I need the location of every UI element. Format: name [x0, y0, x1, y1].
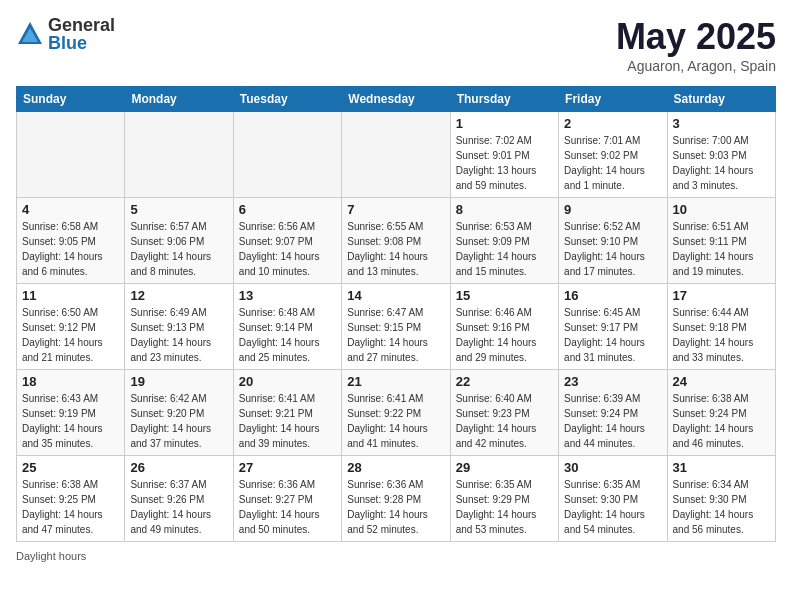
day-info-22: Sunrise: 6:40 AMSunset: 9:23 PMDaylight:… [456, 391, 553, 451]
calendar-cell-27: 27Sunrise: 6:36 AMSunset: 9:27 PMDayligh… [233, 456, 341, 542]
calendar-cell-21: 21Sunrise: 6:41 AMSunset: 9:22 PMDayligh… [342, 370, 450, 456]
day-number-1: 1 [456, 116, 553, 131]
header-thursday: Thursday [450, 87, 558, 112]
day-number-11: 11 [22, 288, 119, 303]
calendar-cell-24: 24Sunrise: 6:38 AMSunset: 9:24 PMDayligh… [667, 370, 775, 456]
header-wednesday: Wednesday [342, 87, 450, 112]
day-number-30: 30 [564, 460, 661, 475]
calendar-cell-14: 14Sunrise: 6:47 AMSunset: 9:15 PMDayligh… [342, 284, 450, 370]
day-info-10: Sunrise: 6:51 AMSunset: 9:11 PMDaylight:… [673, 219, 770, 279]
day-info-15: Sunrise: 6:46 AMSunset: 9:16 PMDaylight:… [456, 305, 553, 365]
calendar-cell-11: 11Sunrise: 6:50 AMSunset: 9:12 PMDayligh… [17, 284, 125, 370]
calendar-cell-8: 8Sunrise: 6:53 AMSunset: 9:09 PMDaylight… [450, 198, 558, 284]
calendar-week-4: 25Sunrise: 6:38 AMSunset: 9:25 PMDayligh… [17, 456, 776, 542]
calendar-cell-10: 10Sunrise: 6:51 AMSunset: 9:11 PMDayligh… [667, 198, 775, 284]
logo-icon [16, 20, 44, 48]
location: Aguaron, Aragon, Spain [616, 58, 776, 74]
day-number-8: 8 [456, 202, 553, 217]
day-number-24: 24 [673, 374, 770, 389]
day-number-26: 26 [130, 460, 227, 475]
day-info-3: Sunrise: 7:00 AMSunset: 9:03 PMDaylight:… [673, 133, 770, 193]
day-info-29: Sunrise: 6:35 AMSunset: 9:29 PMDaylight:… [456, 477, 553, 537]
calendar-cell-18: 18Sunrise: 6:43 AMSunset: 9:19 PMDayligh… [17, 370, 125, 456]
day-number-17: 17 [673, 288, 770, 303]
calendar-cell-26: 26Sunrise: 6:37 AMSunset: 9:26 PMDayligh… [125, 456, 233, 542]
day-number-19: 19 [130, 374, 227, 389]
calendar-cell-22: 22Sunrise: 6:40 AMSunset: 9:23 PMDayligh… [450, 370, 558, 456]
day-info-24: Sunrise: 6:38 AMSunset: 9:24 PMDaylight:… [673, 391, 770, 451]
header-saturday: Saturday [667, 87, 775, 112]
calendar-cell-9: 9Sunrise: 6:52 AMSunset: 9:10 PMDaylight… [559, 198, 667, 284]
calendar-cell-25: 25Sunrise: 6:38 AMSunset: 9:25 PMDayligh… [17, 456, 125, 542]
day-info-14: Sunrise: 6:47 AMSunset: 9:15 PMDaylight:… [347, 305, 444, 365]
header-tuesday: Tuesday [233, 87, 341, 112]
footer-note: Daylight hours [16, 550, 776, 562]
calendar-cell-empty [342, 112, 450, 198]
calendar-cell-12: 12Sunrise: 6:49 AMSunset: 9:13 PMDayligh… [125, 284, 233, 370]
day-info-16: Sunrise: 6:45 AMSunset: 9:17 PMDaylight:… [564, 305, 661, 365]
day-info-25: Sunrise: 6:38 AMSunset: 9:25 PMDaylight:… [22, 477, 119, 537]
calendar-cell-6: 6Sunrise: 6:56 AMSunset: 9:07 PMDaylight… [233, 198, 341, 284]
day-info-11: Sunrise: 6:50 AMSunset: 9:12 PMDaylight:… [22, 305, 119, 365]
calendar-cell-empty [125, 112, 233, 198]
month-title: May 2025 [616, 16, 776, 58]
day-number-28: 28 [347, 460, 444, 475]
calendar-cell-31: 31Sunrise: 6:34 AMSunset: 9:30 PMDayligh… [667, 456, 775, 542]
day-info-2: Sunrise: 7:01 AMSunset: 9:02 PMDaylight:… [564, 133, 661, 193]
calendar-cell-30: 30Sunrise: 6:35 AMSunset: 9:30 PMDayligh… [559, 456, 667, 542]
title-block: May 2025 Aguaron, Aragon, Spain [616, 16, 776, 74]
logo: General Blue [16, 16, 115, 52]
day-info-12: Sunrise: 6:49 AMSunset: 9:13 PMDaylight:… [130, 305, 227, 365]
calendar-cell-4: 4Sunrise: 6:58 AMSunset: 9:05 PMDaylight… [17, 198, 125, 284]
day-number-7: 7 [347, 202, 444, 217]
calendar-cell-15: 15Sunrise: 6:46 AMSunset: 9:16 PMDayligh… [450, 284, 558, 370]
calendar-week-3: 18Sunrise: 6:43 AMSunset: 9:19 PMDayligh… [17, 370, 776, 456]
calendar-cell-empty [233, 112, 341, 198]
day-number-5: 5 [130, 202, 227, 217]
calendar-cell-16: 16Sunrise: 6:45 AMSunset: 9:17 PMDayligh… [559, 284, 667, 370]
calendar-week-0: 1Sunrise: 7:02 AMSunset: 9:01 PMDaylight… [17, 112, 776, 198]
calendar-cell-3: 3Sunrise: 7:00 AMSunset: 9:03 PMDaylight… [667, 112, 775, 198]
day-number-13: 13 [239, 288, 336, 303]
day-number-27: 27 [239, 460, 336, 475]
day-info-5: Sunrise: 6:57 AMSunset: 9:06 PMDaylight:… [130, 219, 227, 279]
day-info-4: Sunrise: 6:58 AMSunset: 9:05 PMDaylight:… [22, 219, 119, 279]
calendar-cell-20: 20Sunrise: 6:41 AMSunset: 9:21 PMDayligh… [233, 370, 341, 456]
day-info-13: Sunrise: 6:48 AMSunset: 9:14 PMDaylight:… [239, 305, 336, 365]
calendar-header-row: SundayMondayTuesdayWednesdayThursdayFrid… [17, 87, 776, 112]
logo-general: General [48, 16, 115, 34]
day-info-6: Sunrise: 6:56 AMSunset: 9:07 PMDaylight:… [239, 219, 336, 279]
day-number-18: 18 [22, 374, 119, 389]
day-number-22: 22 [456, 374, 553, 389]
day-info-17: Sunrise: 6:44 AMSunset: 9:18 PMDaylight:… [673, 305, 770, 365]
day-info-23: Sunrise: 6:39 AMSunset: 9:24 PMDaylight:… [564, 391, 661, 451]
calendar-cell-2: 2Sunrise: 7:01 AMSunset: 9:02 PMDaylight… [559, 112, 667, 198]
day-number-16: 16 [564, 288, 661, 303]
calendar-cell-23: 23Sunrise: 6:39 AMSunset: 9:24 PMDayligh… [559, 370, 667, 456]
calendar: SundayMondayTuesdayWednesdayThursdayFrid… [16, 86, 776, 542]
day-number-29: 29 [456, 460, 553, 475]
calendar-cell-1: 1Sunrise: 7:02 AMSunset: 9:01 PMDaylight… [450, 112, 558, 198]
day-number-9: 9 [564, 202, 661, 217]
day-info-8: Sunrise: 6:53 AMSunset: 9:09 PMDaylight:… [456, 219, 553, 279]
calendar-cell-empty [17, 112, 125, 198]
calendar-week-1: 4Sunrise: 6:58 AMSunset: 9:05 PMDaylight… [17, 198, 776, 284]
header-sunday: Sunday [17, 87, 125, 112]
calendar-cell-17: 17Sunrise: 6:44 AMSunset: 9:18 PMDayligh… [667, 284, 775, 370]
day-number-23: 23 [564, 374, 661, 389]
logo-text: General Blue [48, 16, 115, 52]
day-number-2: 2 [564, 116, 661, 131]
calendar-cell-28: 28Sunrise: 6:36 AMSunset: 9:28 PMDayligh… [342, 456, 450, 542]
day-number-14: 14 [347, 288, 444, 303]
calendar-cell-29: 29Sunrise: 6:35 AMSunset: 9:29 PMDayligh… [450, 456, 558, 542]
day-number-12: 12 [130, 288, 227, 303]
calendar-cell-5: 5Sunrise: 6:57 AMSunset: 9:06 PMDaylight… [125, 198, 233, 284]
day-info-7: Sunrise: 6:55 AMSunset: 9:08 PMDaylight:… [347, 219, 444, 279]
calendar-week-2: 11Sunrise: 6:50 AMSunset: 9:12 PMDayligh… [17, 284, 776, 370]
header: General Blue May 2025 Aguaron, Aragon, S… [16, 16, 776, 74]
day-info-31: Sunrise: 6:34 AMSunset: 9:30 PMDaylight:… [673, 477, 770, 537]
header-monday: Monday [125, 87, 233, 112]
day-number-10: 10 [673, 202, 770, 217]
day-info-19: Sunrise: 6:42 AMSunset: 9:20 PMDaylight:… [130, 391, 227, 451]
day-number-21: 21 [347, 374, 444, 389]
